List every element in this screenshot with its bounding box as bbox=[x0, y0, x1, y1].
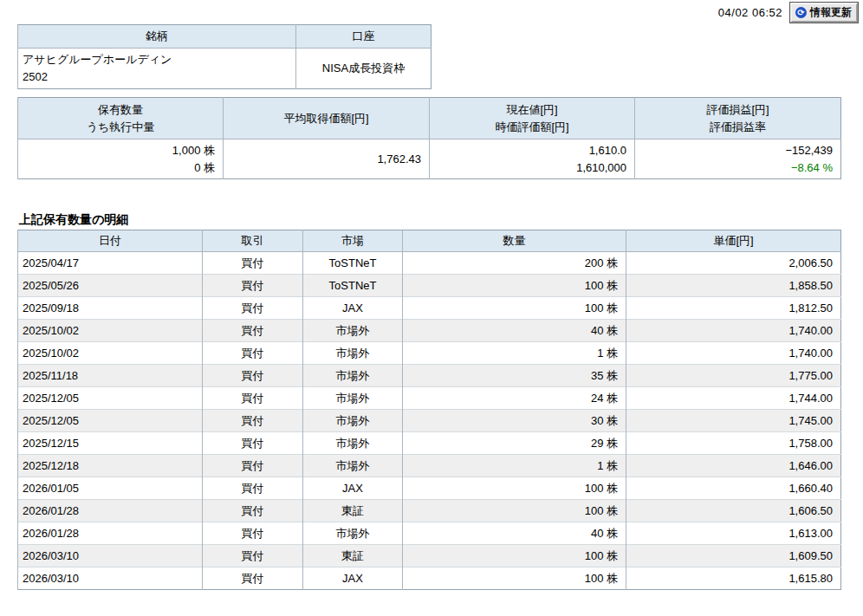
detail-market: 市場外 bbox=[303, 365, 403, 387]
detail-market: JAX bbox=[303, 567, 403, 590]
quantity-total: 1,000 株 bbox=[18, 142, 215, 159]
detail-date: 2026/03/10 bbox=[18, 567, 203, 590]
table-row: 2025/09/18 買付 JAX 100 株 1,812.50 bbox=[18, 297, 841, 320]
table-row: 2025/04/17 買付 ToSTNeT 200 株 2,006.50 bbox=[18, 252, 841, 275]
detail-trade: 買付 bbox=[203, 410, 303, 432]
instrument-name: アサヒグループホールディン bbox=[23, 51, 295, 68]
account-type-cell: NISA成長投資枠 bbox=[296, 49, 432, 89]
detail-date: 2025/04/17 bbox=[18, 252, 203, 275]
detail-date: 2025/11/18 bbox=[18, 365, 203, 387]
table-row: 2025/12/05 買付 市場外 30 株 1,745.00 bbox=[18, 410, 841, 432]
instrument-code: 2502 bbox=[23, 68, 295, 86]
detail-trade: 買付 bbox=[203, 432, 303, 455]
detail-trade: 買付 bbox=[203, 297, 303, 320]
table-row: 2026/01/28 買付 東証 100 株 1,606.50 bbox=[18, 500, 841, 522]
market-value: 1,610,000 bbox=[430, 159, 626, 177]
detail-market: 市場外 bbox=[303, 455, 403, 477]
detail-price: 1,613.00 bbox=[626, 522, 841, 545]
refresh-button[interactable]: ⟳ 情報更新 bbox=[790, 3, 858, 23]
detail-price: 1,775.00 bbox=[626, 365, 841, 387]
detail-trade: 買付 bbox=[203, 522, 303, 545]
col-header-avg-price: 平均取得価額[円] bbox=[224, 98, 430, 139]
header-price-line1: 現在値[円] bbox=[430, 101, 634, 119]
pl-rate: −8.64 % bbox=[635, 159, 833, 177]
detail-date: 2025/10/02 bbox=[18, 320, 203, 342]
detail-qty: 24 株 bbox=[403, 387, 626, 410]
detail-date: 2026/01/05 bbox=[18, 477, 203, 500]
detail-date: 2025/12/05 bbox=[18, 387, 203, 410]
detail-price: 1,615.80 bbox=[626, 567, 841, 590]
detail-market: JAX bbox=[303, 477, 403, 500]
detail-price: 1,758.00 bbox=[626, 432, 841, 455]
detail-table: 日付 取引 市場 数量 単価[円] 2025/04/17 買付 ToSTNeT … bbox=[17, 230, 841, 590]
detail-market: 市場外 bbox=[303, 342, 403, 365]
holdings-summary-table: 保有数量 うち執行中量 平均取得価額[円] 現在値[円] 時価評価額[円] 評価… bbox=[17, 97, 841, 179]
col-header-current-price: 現在値[円] 時価評価額[円] bbox=[430, 98, 635, 139]
instrument-name-cell: アサヒグループホールディン 2502 bbox=[18, 49, 296, 89]
detail-date: 2026/03/10 bbox=[18, 545, 203, 567]
detail-qty: 100 株 bbox=[403, 275, 626, 297]
header-quantity-line2: うち執行中量 bbox=[18, 119, 223, 136]
holdings-detail-page: 04/02 06:52 ⟳ 情報更新 銘柄 口座 アサヒグループホールディン 2… bbox=[0, 0, 863, 616]
col-header-quantity: 保有数量 うち執行中量 bbox=[18, 98, 224, 139]
detail-price: 1,858.50 bbox=[626, 275, 841, 297]
header-pl-line1: 評価損益[円] bbox=[635, 101, 840, 119]
detail-section-title: 上記保有数量の明細 bbox=[19, 212, 128, 228]
header-quantity-line1: 保有数量 bbox=[18, 101, 223, 119]
pl-amount: −152,439 bbox=[635, 142, 833, 159]
detail-price: 2,006.50 bbox=[626, 252, 841, 275]
table-row: 2025/11/18 買付 市場外 35 株 1,775.00 bbox=[18, 365, 841, 387]
detail-date: 2026/01/28 bbox=[18, 522, 203, 545]
detail-market: 市場外 bbox=[303, 320, 403, 342]
table-row: 2025/12/15 買付 市場外 29 株 1,758.00 bbox=[18, 432, 841, 455]
detail-market: 東証 bbox=[303, 545, 403, 567]
quantity-cell: 1,000 株 0 株 bbox=[18, 139, 224, 179]
detail-market: 市場外 bbox=[303, 522, 403, 545]
refresh-button-label: 情報更新 bbox=[810, 5, 852, 20]
table-row: 2026/01/05 買付 JAX 100 株 1,660.40 bbox=[18, 477, 841, 500]
detail-qty: 100 株 bbox=[403, 567, 626, 590]
detail-date: 2025/12/15 bbox=[18, 432, 203, 455]
detail-trade: 買付 bbox=[203, 455, 303, 477]
table-row: 2025/05/26 買付 ToSTNeT 100 株 1,858.50 bbox=[18, 275, 841, 297]
last-updated-timestamp: 04/02 06:52 bbox=[718, 6, 782, 19]
col-header-pl: 評価損益[円] 評価損益率 bbox=[635, 98, 841, 139]
detail-market: 市場外 bbox=[303, 387, 403, 410]
detail-trade: 買付 bbox=[203, 252, 303, 275]
detail-market: ToSTNeT bbox=[303, 275, 403, 297]
detail-qty: 1 株 bbox=[403, 342, 626, 365]
detail-market: 市場外 bbox=[303, 410, 403, 432]
table-row: 2025/10/02 買付 市場外 1 株 1,740.00 bbox=[18, 342, 841, 365]
detail-date: 2025/10/02 bbox=[18, 342, 203, 365]
detail-qty: 35 株 bbox=[403, 365, 626, 387]
detail-trade: 買付 bbox=[203, 320, 303, 342]
table-header-row: 銘柄 口座 bbox=[18, 25, 432, 49]
detail-trade: 買付 bbox=[203, 387, 303, 410]
detail-qty: 100 株 bbox=[403, 297, 626, 320]
detail-price: 1,606.50 bbox=[626, 500, 841, 522]
detail-price: 1,646.00 bbox=[626, 455, 841, 477]
detail-date: 2026/01/28 bbox=[18, 500, 203, 522]
detail-date: 2025/05/26 bbox=[18, 275, 203, 297]
topbar: 04/02 06:52 ⟳ 情報更新 bbox=[718, 3, 858, 23]
detail-price: 1,744.00 bbox=[626, 387, 841, 410]
table-row: 1,000 株 0 株 1,762.43 1,610.0 1,610,000 −… bbox=[18, 139, 841, 179]
table-row: 2026/01/28 買付 市場外 40 株 1,613.00 bbox=[18, 522, 841, 545]
table-row: 2025/12/05 買付 市場外 24 株 1,744.00 bbox=[18, 387, 841, 410]
detail-price: 1,740.00 bbox=[626, 342, 841, 365]
detail-price: 1,609.50 bbox=[626, 545, 841, 567]
detail-trade: 買付 bbox=[203, 500, 303, 522]
col-header-instrument: 銘柄 bbox=[18, 25, 296, 49]
col-header-price: 単価[円] bbox=[626, 230, 841, 252]
detail-qty: 30 株 bbox=[403, 410, 626, 432]
detail-qty: 1 株 bbox=[403, 455, 626, 477]
current-price: 1,610.0 bbox=[430, 142, 626, 159]
avg-price-cell: 1,762.43 bbox=[224, 139, 430, 179]
detail-trade: 買付 bbox=[203, 545, 303, 567]
col-header-trade: 取引 bbox=[203, 230, 303, 252]
table-header-row: 保有数量 うち執行中量 平均取得価額[円] 現在値[円] 時価評価額[円] 評価… bbox=[18, 98, 841, 139]
table-row: 2025/12/18 買付 市場外 1 株 1,646.00 bbox=[18, 455, 841, 477]
table-row: 2026/03/10 買付 東証 100 株 1,609.50 bbox=[18, 545, 841, 567]
quantity-executing: 0 株 bbox=[18, 159, 215, 177]
detail-qty: 40 株 bbox=[403, 320, 626, 342]
